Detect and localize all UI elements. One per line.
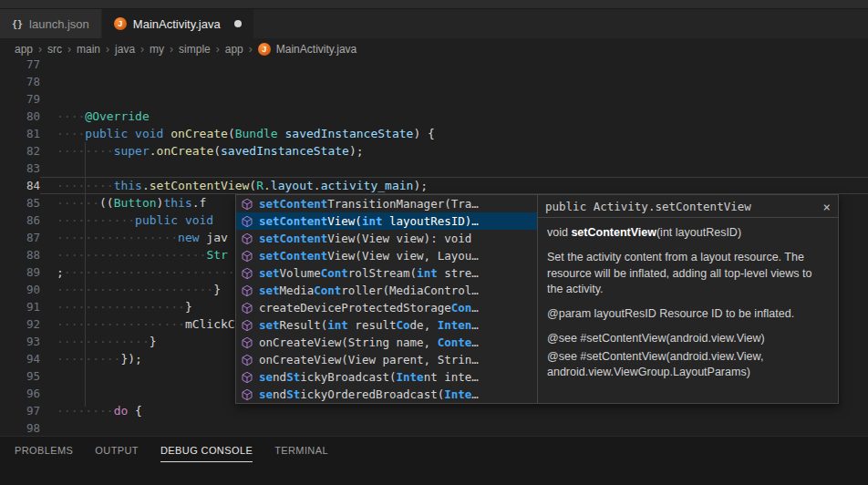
line-number: 96	[0, 385, 40, 402]
suggestion-item[interactable]: setContentTransitionManager(Tra…	[236, 195, 537, 212]
code-text	[40, 419, 868, 436]
chevron-right-icon: ›	[249, 43, 253, 56]
tab-MainActivity.java[interactable]: JMainActivity.java	[102, 9, 254, 38]
breadcrumb-file[interactable]: JMainActivity.java	[258, 43, 356, 56]
breadcrumb-segment[interactable]: src	[47, 43, 62, 56]
docs-body: void setContentView(int layoutResID) Set…	[538, 218, 838, 389]
panel-tab-terminal[interactable]: TERMINAL	[274, 445, 328, 462]
code-line-97[interactable]: 97········do {	[0, 402, 868, 419]
modified-dot-icon[interactable]	[234, 20, 242, 27]
suggestion-label: setContentView(View view, Layou…	[259, 249, 479, 263]
line-number: 90	[0, 281, 40, 298]
breadcrumb-segment[interactable]: app	[225, 43, 243, 56]
breadcrumb-segment[interactable]: app	[15, 43, 33, 56]
code-line-80[interactable]: 80····@Override	[0, 108, 868, 125]
code-line-83[interactable]: 83	[0, 160, 868, 177]
method-icon	[240, 215, 254, 228]
line-number: 81	[0, 125, 40, 142]
suggestion-item[interactable]: createDeviceProtectedStorageCon…	[236, 299, 537, 316]
line-number: 83	[0, 160, 40, 177]
method-icon	[240, 302, 254, 315]
panel-tab-output[interactable]: OUTPUT	[95, 445, 139, 462]
line-number: 78	[0, 73, 40, 90]
line-number: 88	[0, 246, 40, 263]
suggestion-item[interactable]: sendStickyBroadcast(Intent inte…	[236, 368, 537, 386]
suggestion-item[interactable]: setContentView(int layoutResID)…	[236, 212, 537, 230]
breadcrumb-segment[interactable]: java	[115, 43, 135, 56]
line-number: 91	[0, 298, 40, 315]
line-number: 94	[0, 350, 40, 367]
java-file-icon: J	[114, 17, 127, 30]
suggestion-item[interactable]: setMediaController(MediaControl…	[236, 282, 537, 299]
method-icon	[240, 371, 254, 384]
method-icon	[240, 354, 254, 366]
clipped-menubar-strip	[0, 0, 868, 9]
panel-tab-problems[interactable]: PROBLEMS	[15, 445, 73, 462]
code-text: ····public void onCreate(Bundle savedIns…	[40, 125, 868, 142]
panel-tab-bar: PROBLEMSOUTPUTDEBUG CONSOLETERMINAL	[0, 437, 868, 462]
suggestion-label: createDeviceProtectedStorageCon…	[259, 301, 479, 315]
tab-launch.json[interactable]: {}launch.json	[0, 9, 102, 38]
line-number: 92	[0, 315, 40, 333]
breadcrumb-segment[interactable]: my	[150, 43, 164, 56]
code-line-77[interactable]: 77	[0, 60, 868, 73]
code-text: ········do {	[40, 402, 868, 419]
suggestion-item[interactable]: setVolumeControlStream(int stre…	[236, 264, 537, 282]
code-text: ········super.onCreate(savedInstanceStat…	[40, 142, 868, 160]
suggestion-label: sendStickyOrderedBroadcast(Inte…	[259, 387, 479, 401]
line-number: 95	[0, 367, 40, 385]
method-icon	[240, 284, 254, 297]
line-number: 82	[0, 142, 40, 160]
vscode-window: {}launch.jsonJMainActivity.java app›src›…	[0, 0, 868, 485]
suggestion-label: onCreateView(String name, Conte…	[259, 335, 479, 349]
suggestion-item[interactable]: sendStickyOrderedBroadcast(Inte…	[236, 386, 537, 403]
code-line-82[interactable]: 82········super.onCreate(savedInstanceSt…	[0, 142, 868, 160]
line-number: 86	[0, 212, 40, 229]
breadcrumb-segment[interactable]: main	[77, 43, 100, 56]
code-text	[40, 60, 868, 73]
chevron-right-icon: ›	[67, 43, 71, 56]
code-text	[40, 73, 868, 90]
code-line-84[interactable]: 84········this.setContentView(R.layout.a…	[0, 177, 868, 194]
signature-suffix: (int layoutResID)	[656, 226, 741, 239]
method-icon	[240, 388, 254, 401]
suggestion-label: setMediaController(MediaControl…	[259, 284, 479, 297]
suggestion-label: setContentView(View view): void	[259, 232, 471, 245]
suggestion-label: setContentTransitionManager(Tra…	[259, 197, 479, 211]
code-text: ········this.setContentView(R.layout.act…	[40, 177, 868, 194]
suggestion-item[interactable]: onCreateView(View parent, Strin…	[236, 351, 537, 368]
line-number: 89	[0, 263, 40, 281]
suggestion-label: sendStickyBroadcast(Intent inte…	[259, 370, 479, 384]
chevron-right-icon: ›	[106, 43, 109, 56]
method-icon	[240, 319, 254, 332]
line-number: 80	[0, 108, 40, 125]
docs-paragraph: @see #setContentView(android.view.View, …	[547, 349, 829, 381]
suggestion-item[interactable]: onCreateView(String name, Conte…	[236, 334, 537, 351]
close-icon[interactable]: ×	[823, 201, 831, 213]
panel-tab-debug-console[interactable]: DEBUG CONSOLE	[160, 445, 253, 462]
line-number: 85	[0, 194, 40, 212]
suggestion-label: setVolumeControlStream(int stre…	[259, 266, 479, 280]
suggestion-item[interactable]: setContentView(View view, Layou…	[236, 247, 537, 264]
docs-title: public Activity.setContentView	[545, 200, 751, 213]
bottom-panel: PROBLEMSOUTPUTDEBUG CONSOLETERMINAL	[0, 436, 868, 485]
code-line-79[interactable]: 79	[0, 90, 868, 108]
code-line-81[interactable]: 81····public void onCreate(Bundle savedI…	[0, 125, 868, 142]
suggestion-label: setContentView(int layoutResID)…	[259, 214, 479, 228]
breadcrumb-file-label: MainActivity.java	[276, 43, 356, 56]
line-number: 97	[0, 402, 40, 419]
suggestion-list[interactable]: setContentTransitionManager(Tra…setConte…	[236, 195, 537, 403]
suggestion-label: setResult(int resultCode, Inten…	[259, 318, 479, 332]
json-file-icon: {}	[12, 19, 23, 29]
code-line-78[interactable]: 78	[0, 73, 868, 90]
suggestion-item[interactable]: setContentView(View view): void	[236, 230, 537, 247]
suggestion-docs-panel: public Activity.setContentView × void se…	[537, 195, 838, 403]
breadcrumb-segment[interactable]: simple	[179, 43, 211, 56]
line-number: 79	[0, 90, 40, 108]
suggestion-item[interactable]: setResult(int resultCode, Inten…	[236, 316, 537, 334]
tab-label: MainActivity.java	[133, 17, 221, 31]
tab-label: launch.json	[29, 17, 89, 31]
code-line-98[interactable]: 98	[0, 419, 868, 436]
editor-tab-bar: {}launch.jsonJMainActivity.java	[0, 9, 868, 38]
code-text	[40, 90, 868, 108]
